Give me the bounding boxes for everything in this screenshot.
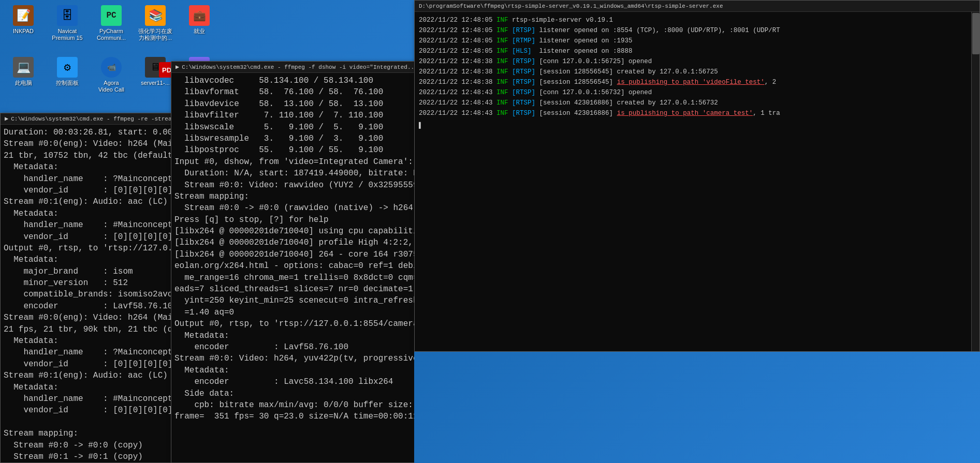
cmd2-line: Stream #0:0: Video: rawvideo (YUY2 / 0x3…	[174, 180, 421, 191]
cmd1-line: Output #0, rtsp, to 'rtsp://127.0.0.1:85…	[4, 243, 172, 254]
cmd2-line: libswresample 3. 9.100 / 3. 9.100	[174, 133, 421, 144]
cmd1-icon: ▶	[5, 115, 8, 123]
cmd2-line: Duration: N/A, start: 187419.449000, bit…	[174, 168, 421, 179]
cmd2-line: libavdevice 58. 13.100 / 58. 13.100	[174, 98, 421, 110]
cmd1-line: Stream #0:1 -> #0:1 (copy)	[4, 451, 172, 462]
icon-study[interactable]: 📚 强化学习在废力检测中的...	[137, 5, 173, 41]
cmd1-line: vendor_id : [0][0][0][0]	[4, 359, 172, 370]
cmd1-line: vendor_id : [0][0][0][0]	[4, 185, 172, 196]
rtsp-scrollbar[interactable]	[971, 12, 979, 351]
cmd1-line: 21 fps, 21 tbr, 90k tbn, 21 tbc (defaul	[4, 324, 172, 335]
rtsp-line-7: 2022/11/22 12:48:38 INF [RTSP] [session …	[419, 77, 975, 87]
navicat-icon: 🗄	[57, 5, 78, 26]
cmd2-line: encoder : Lavc58.134.100 libx264	[174, 376, 421, 387]
mypc-icon: 💻	[13, 57, 34, 78]
rtsp-titlebar[interactable]: D:\programSoftware\ffmpeg\rtsp-simple-se…	[415, 1, 979, 12]
cmd2-line: encoder : Lavf58.76.100	[174, 341, 421, 353]
cmd2-line: libavfilter 7. 110.100 / 7. 110.100	[174, 110, 421, 121]
cmd1-titlebar[interactable]: ▶ C:\Windows\system32\cmd.exe - ffmpeg -…	[1, 113, 175, 125]
cmd2-line: [libx264 @ 00000201de710040] 264 - core …	[174, 249, 421, 260]
agora-label: AgoraVideo Call	[98, 80, 124, 93]
cmd1-line: minor_version : 512	[4, 277, 172, 289]
cmd2-line: yint=250 keyint_min=25 scenecut=0 intra_…	[174, 295, 421, 306]
rtsp-line-4: 2022/11/22 12:48:05 INF [HLS] listener o…	[419, 46, 975, 56]
cmd2-line: Stream #0:0 -> #0:0 (rawvideo (native) -…	[174, 202, 421, 214]
study-label: 强化学习在废力检测中的...	[138, 28, 172, 41]
study-icon: 📚	[145, 5, 166, 26]
cmd1-line: handler_name : ?Mainconcept Vide	[4, 347, 172, 358]
cmd1-line: Duration: 00:03:26.81, start: 0.000000,	[4, 127, 172, 138]
cmd-window-1: ▶ C:\Windows\system32\cmd.exe - ffmpeg -…	[0, 113, 176, 463]
cmd1-line: 21 tbr, 10752 tbn, 42 tbc (default)	[4, 150, 172, 161]
job-label: 就业	[194, 28, 205, 35]
cmd2-line: Input #0, dshow, from 'video=Integrated …	[174, 156, 421, 168]
cmd2-icon: ▶	[175, 63, 179, 71]
cmd2-title: C:\Windows\system32\cmd.exe - ffmpeg -f …	[182, 64, 417, 70]
rtsp-line-6: 2022/11/22 12:48:38 INF [RTSP] [session …	[419, 67, 975, 77]
cmd1-line: Stream #0:1(eng): Audio: aac (LC) (mp4a	[4, 370, 172, 381]
icon-mypc[interactable]: 💻 此电脑	[5, 57, 41, 93]
cmd2-line: eads=7 sliced_threads=1 slices=7 nr=0 de…	[174, 283, 421, 295]
cmd1-line: Stream #0:1(eng): Audio: aac (LC) (mp4a	[4, 196, 172, 207]
cmd1-content: Duration: 00:03:26.81, start: 0.000000, …	[1, 125, 175, 462]
control-panel-icon: ⚙	[57, 57, 78, 78]
cmd1-line: vendor_id : [0][0][0][0]	[4, 231, 172, 243]
cmd1-title: C:\Windows\system32\cmd.exe - ffmpeg -re…	[11, 116, 171, 122]
icon-navicat[interactable]: 🗄 NavicatPremium 15	[49, 5, 85, 41]
cmd2-line: me_range=16 chroma_me=1 trellis=0 8x8dct…	[174, 272, 421, 283]
highlight-camera-test: is publishing to path 'camera_test'	[617, 110, 753, 117]
cmd2-line: =1.40 aq=0	[174, 307, 421, 318]
cmd1-line: encoder : Lavf58.76.100	[4, 301, 172, 312]
rtsp-content: 2022/11/22 12:48:05 INF rtsp-simple-serv…	[415, 12, 979, 351]
cmd2-line: [libx264 @ 00000201de710040] using cpu c…	[174, 226, 421, 237]
pycharm-label: PyCharmCommuni...	[97, 28, 126, 41]
icon-agora[interactable]: 📹 AgoraVideo Call	[93, 57, 129, 93]
cmd2-line: [libx264 @ 00000201de710040] profile Hig…	[174, 237, 421, 248]
cmd1-line: Metadata:	[4, 382, 172, 393]
cmd-window-2: ▶ C:\Windows\system32\cmd.exe - ffmpeg -…	[171, 61, 425, 463]
server11-label: server11-...	[141, 80, 170, 86]
cmd2-line: Output #0, rtsp, to 'rtsp://127.0.0.1:85…	[174, 318, 421, 330]
rtsp-line-3: 2022/11/22 12:48:05 INF [RTMP] listener …	[419, 36, 975, 46]
mypc-label: 此电脑	[15, 80, 32, 86]
cmd2-line: libpostproc 55. 9.100 / 55. 9.100	[174, 144, 421, 156]
rtsp-title: D:\programSoftware\ffmpeg\rtsp-simple-se…	[419, 3, 723, 9]
rtsp-line-5: 2022/11/22 12:48:38 INF [RTSP] [conn 127…	[419, 56, 975, 67]
rtsp-line-2: 2022/11/22 12:48:05 INF [RTSP] listener …	[419, 25, 975, 36]
cmd2-line: Side data:	[174, 388, 421, 399]
cmd1-line: Stream #0:0(eng): Video: h264 (Main) (a	[4, 312, 172, 323]
desktop-icons-row1: 📝 INKPAD 🗄 NavicatPremium 15 PC PyCharmC…	[5, 5, 217, 41]
rtsp-line-10: 2022/11/22 12:48:43 INF [RTSP] [session …	[419, 108, 975, 118]
cmd1-line: Metadata:	[4, 208, 172, 219]
desktop: 📝 INKPAD 🗄 NavicatPremium 15 PC PyCharmC…	[0, 0, 980, 463]
rtsp-cursor: ▌	[419, 121, 975, 131]
desktop-bottom-right	[414, 352, 980, 463]
cmd2-line: Metadata:	[174, 365, 421, 376]
rtsp-scrollbar-thumb[interactable]	[972, 13, 979, 54]
icon-control-panel[interactable]: ⚙ 控制面板	[49, 57, 85, 93]
cmd2-content: libavcodec 58.134.100 / 58.134.100 libav…	[171, 73, 424, 462]
cmd1-line: Stream #0:0(eng): Video: h264 (Main) (a	[4, 138, 172, 150]
cmd2-line: Press [q] to stop, [?] for help	[174, 214, 421, 226]
cmd2-titlebar[interactable]: ▶ C:\Windows\system32\cmd.exe - ffmpeg -…	[171, 62, 424, 73]
cmd2-status: frame= 351 fps= 30 q=23.0 size=N/A time=…	[174, 411, 421, 422]
cmd1-line: Metadata:	[4, 161, 172, 173]
cmd1-line: compatible_brands: isomiso2avc1mp41	[4, 289, 172, 300]
pycharm-icon: PC	[101, 5, 122, 26]
cmd1-line: handler_name : ?Mainconcept Vide	[4, 173, 172, 185]
rtsp-line-8: 2022/11/22 12:48:43 INF [RTSP] [conn 127…	[419, 87, 975, 98]
icon-job[interactable]: 💼 就业	[181, 5, 217, 41]
highlight-videofile: is publishing to path 'videoFile_test'	[617, 79, 765, 86]
agora-icon: 📹	[101, 57, 122, 78]
cmd2-line: eolan.org/x264.html - options: cabac=0 r…	[174, 260, 421, 272]
icon-pycharm[interactable]: PC PyCharmCommuni...	[93, 5, 129, 41]
cmd1-line: Metadata:	[4, 335, 172, 347]
cmd1-line: Stream mapping:	[4, 428, 172, 439]
cmd2-line: Metadata:	[174, 330, 421, 341]
cmd1-line: vendor_id : [0][0][0][0]	[4, 405, 172, 416]
cmd2-line: libavcodec 58.134.100 / 58.134.100	[174, 75, 421, 86]
rtsp-line-9: 2022/11/22 12:48:43 INF [RTSP] [session …	[419, 98, 975, 108]
icon-inkpad[interactable]: 📝 INKPAD	[5, 5, 41, 41]
inkpad-label: INKPAD	[13, 28, 34, 35]
inkpad-icon: 📝	[13, 5, 34, 26]
